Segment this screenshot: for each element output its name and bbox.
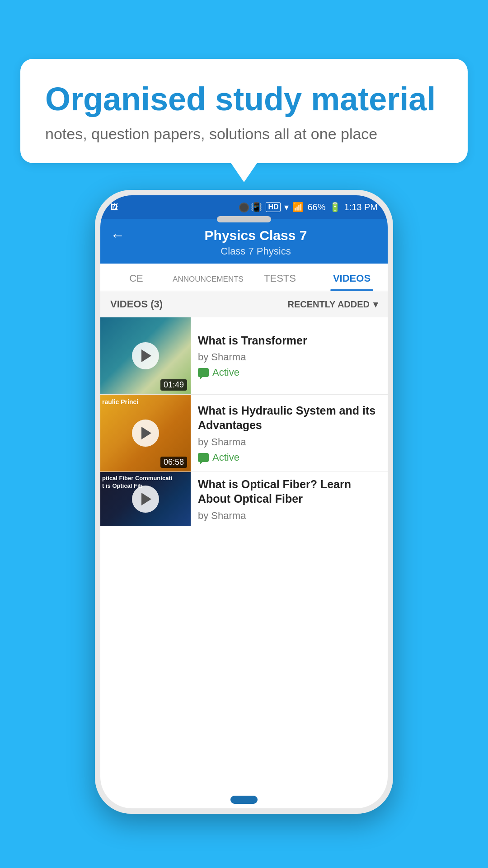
video-info-2: What is Hydraulic System and its Advanta… <box>191 395 388 472</box>
play-icon <box>141 427 151 439</box>
battery-icon: 🔋 <box>329 202 341 212</box>
video-thumbnail-2: raulic Princi 06:58 <box>100 395 191 472</box>
video-item[interactable]: 01:49 What is Transformer by Sharma Acti… <box>100 317 388 395</box>
video-info-1: What is Transformer by Sharma Active <box>191 317 388 394</box>
play-button-1[interactable] <box>132 342 159 369</box>
bubble-subtitle: notes, question papers, solutions all at… <box>45 125 443 143</box>
chevron-down-icon: ▾ <box>373 299 378 310</box>
back-button[interactable]: ← <box>110 227 125 244</box>
phone-home-button[interactable] <box>230 796 258 804</box>
tab-announcements[interactable]: ANNOUNCEMENTS <box>172 264 244 291</box>
app-bar: ← Physics Class 7 Class 7 Physics <box>100 219 388 264</box>
video-author-2: by Sharma <box>198 436 380 448</box>
app-bar-title: Physics Class 7 <box>134 228 378 243</box>
play-icon <box>141 349 151 362</box>
tab-videos[interactable]: VIDEOS <box>316 264 388 291</box>
play-icon <box>141 493 151 505</box>
thumb-label-3: ptical Fiber Communicatit is Optical Fib <box>102 475 172 490</box>
tab-ce[interactable]: CE <box>100 264 172 291</box>
speech-bubble: Organised study material notes, question… <box>20 59 468 163</box>
video-info-3: What is Optical Fiber? Learn About Optic… <box>191 472 388 526</box>
chat-icon-1 <box>198 368 209 377</box>
play-button-2[interactable] <box>132 420 159 447</box>
videos-count: VIDEOS (3) <box>110 298 163 310</box>
videos-header: VIDEOS (3) RECENTLY ADDED ▾ <box>100 291 388 317</box>
video-title-3: What is Optical Fiber? Learn About Optic… <box>198 477 380 506</box>
video-list: 01:49 What is Transformer by Sharma Acti… <box>100 317 388 808</box>
sort-filter-button[interactable]: RECENTLY ADDED ▾ <box>287 299 378 310</box>
chat-icon-2 <box>198 453 209 462</box>
phone-speaker <box>217 216 271 222</box>
app-bar-top: ← Physics Class 7 <box>110 227 378 244</box>
phone-screen: 🖼 ✱ 📳 HD ▾ 📶 66% 🔋 1:13 PM ← Physics C <box>100 195 388 808</box>
clock: 1:13 PM <box>344 202 378 212</box>
video-status-2: Active <box>198 452 380 463</box>
video-item-partial[interactable]: ptical Fiber Communicatit is Optical Fib… <box>100 472 388 526</box>
video-author-1: by Sharma <box>198 351 380 363</box>
wifi-icon: ▾ <box>284 202 289 212</box>
phone-camera <box>239 203 249 212</box>
tab-bar: CE ANNOUNCEMENTS TESTS VIDEOS <box>100 264 388 291</box>
phone-wrapper: 🖼 ✱ 📳 HD ▾ 📶 66% 🔋 1:13 PM ← Physics C <box>36 190 452 850</box>
battery-percent: 66% <box>307 202 325 212</box>
video-title-2: What is Hydraulic System and its Advanta… <box>198 403 380 433</box>
video-title-1: What is Transformer <box>198 333 380 348</box>
video-thumbnail-3: ptical Fiber Communicatit is Optical Fib <box>100 472 191 526</box>
status-left: 🖼 <box>110 203 118 212</box>
bubble-title: Organised study material <box>45 81 443 117</box>
thumb-label-2: raulic Princi <box>102 398 138 406</box>
phone-device: 🖼 ✱ 📳 HD ▾ 📶 66% 🔋 1:13 PM ← Physics C <box>95 190 393 814</box>
video-duration-1: 01:49 <box>160 379 187 391</box>
photo-icon: 🖼 <box>110 203 118 212</box>
video-author-3: by Sharma <box>198 510 380 522</box>
video-thumbnail-1: 01:49 <box>100 317 191 394</box>
video-duration-2: 06:58 <box>160 457 187 468</box>
app-bar-breadcrumb: Class 7 Physics <box>110 245 378 257</box>
video-item[interactable]: raulic Princi 06:58 What is Hydraulic Sy… <box>100 395 388 472</box>
signal-icon: 📶 <box>292 202 304 212</box>
phone-top <box>217 203 271 222</box>
video-status-1: Active <box>198 367 380 378</box>
tab-tests[interactable]: TESTS <box>244 264 316 291</box>
sort-label: RECENTLY ADDED <box>287 299 370 310</box>
